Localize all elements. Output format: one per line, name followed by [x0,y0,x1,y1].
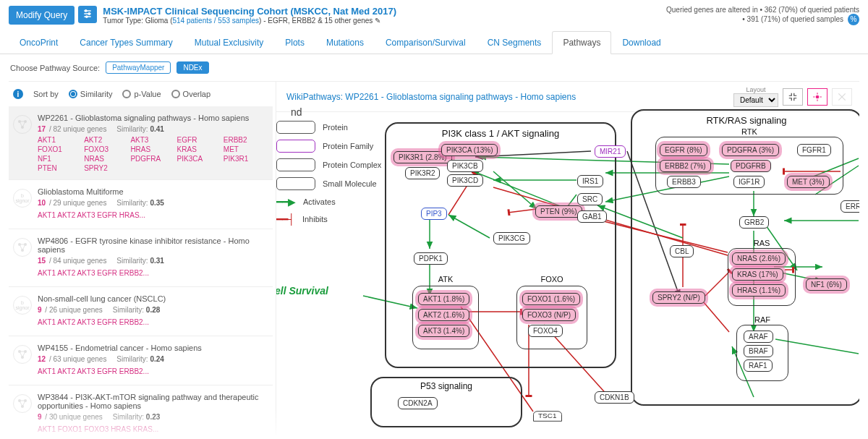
tab-cn-segments[interactable]: CN Segments [477,31,553,54]
top-bar: Modify Query MSK-IMPACT Clinical Sequenc… [0,0,868,28]
pathway-item[interactable]: WP4806 - EGFR tyrosine kinase inhibitor … [9,229,273,287]
node-foxo4[interactable]: FOXO4 [528,325,563,337]
pathway-item[interactable]: WP2261 - Glioblastoma signaling pathways… [9,106,273,180]
node-met[interactable]: MET (3%) [787,176,830,188]
svg-line-16 [20,244,22,250]
pathway-source-icon: bsignor [13,296,32,315]
node-akt3[interactable]: AKT3 (1.4%) [418,325,469,337]
svg-point-5 [86,16,88,17]
pathway-title: WP4155 - Endometrial cancer - Homo sapie… [38,344,265,352]
node-spry2[interactable]: SPRY2 (N/P) [652,291,705,304]
pathway-title: WP3844 - PI3K-AKT-mTOR signaling pathway… [38,393,265,410]
svg-line-22 [20,351,22,357]
main-area: i Sort by Similarity p-Value Overlap WP2… [9,81,859,435]
node-fgfr1[interactable]: FGFR1 [797,144,831,156]
node-pik3r2[interactable]: PIK3R2 [405,167,440,179]
node-nf1[interactable]: NF1 (6%) [806,278,847,291]
highlight-icon [812,92,822,102]
samples-link[interactable]: 553 [218,17,230,25]
tab-plots[interactable]: Plots [274,31,315,54]
node-pdgfra[interactable]: PDGFRA (3%) [722,144,779,156]
svg-line-10 [20,122,22,127]
cohort-info: MSK-IMPACT Clinical Sequencing Cohort (M… [103,6,396,25]
svg-point-4 [89,13,90,14]
node-src[interactable]: SRC [577,193,603,205]
node-hras[interactable]: HRAS (1.1%) [732,284,786,297]
node-foxo3[interactable]: FOXO3 (N/P) [522,309,576,321]
node-raf1[interactable]: RAF1 [744,359,773,372]
group-p53: P53 signaling [370,377,522,427]
node-pik3ca[interactable]: PIK3CA (13%) [441,144,498,156]
query-settings-button[interactable] [78,6,97,23]
pathway-source-icon [13,238,32,257]
node-pdpk1[interactable]: PDPK1 [414,252,448,265]
query-stats: Queried genes are altered in • 362 (70%)… [666,6,859,25]
cohort-subtitle: Tumor Type: Glioma (514 patients / 553 s… [103,17,396,25]
node-araf[interactable]: ARAF [744,331,773,343]
svg-line-17 [22,244,25,250]
fit-view-button[interactable] [783,88,803,106]
node-braf[interactable]: BRAF [744,345,773,357]
node-igf1r[interactable]: IGF1R [733,176,765,188]
tab-mutual-exclusivity[interactable]: Mutual Exclusivity [184,31,274,54]
tab-comparison[interactable]: Comparison/Survival [375,31,477,54]
node-cdkn2a[interactable]: CDKN2A [398,397,438,409]
pathway-item[interactable]: bsignorGlioblastoma Multiforme10 / 29 un… [9,180,273,229]
node-cbl[interactable]: CBL [670,245,694,257]
sort-similarity[interactable]: Similarity [69,90,113,98]
node-irs1[interactable]: IRS1 [577,175,603,187]
layout-select[interactable]: Default [733,93,778,107]
sort-overlap[interactable]: Overlap [171,90,211,98]
cell-survival-label: ell Survival [276,285,328,297]
info-icon[interactable]: i [13,89,23,99]
link-icon[interactable]: % [848,14,859,25]
source-pathwaymapper[interactable]: PathwayMapper [106,61,171,74]
pathway-list-panel[interactable]: i Sort by Similarity p-Value Overlap WP2… [9,82,276,435]
node-egfr[interactable]: EGFR (8%) [660,144,707,156]
pathway-canvas[interactable]: nd Protein Protein Family Protein Comple… [276,108,859,435]
node-pdgfrb[interactable]: PDGFRB [731,160,771,172]
pathway-source-row: Choose Pathway Source: PathwayMapper NDE… [0,54,868,81]
modify-query-button[interactable]: Modify Query [9,6,75,25]
node-pten[interactable]: PTEN (9%) [535,205,582,218]
highlight-button[interactable] [807,88,827,106]
source-ndex[interactable]: NDEx [176,61,208,74]
patients-link[interactable]: 514 [173,17,185,25]
node-pip3[interactable]: PIP3 [421,208,447,220]
node-foxo1[interactable]: FOXO1 (1.6%) [522,293,580,305]
node-akt2[interactable]: AKT2 (1.6%) [418,309,469,321]
pathway-item[interactable]: WP4155 - Endometrial cancer - Homo sapie… [9,336,273,385]
source-label: Choose Pathway Source: [10,64,100,72]
tab-pathways[interactable]: Pathways [552,31,611,54]
tab-oncoprint[interactable]: OncoPrint [9,31,69,54]
node-nras[interactable]: NRAS (2.6%) [732,252,786,265]
tool-button[interactable] [832,88,852,106]
node-akt1[interactable]: AKT1 (1.8%) [418,293,469,305]
node-tsc1[interactable]: TSC1 [533,411,562,421]
node-grb2[interactable]: GRB2 [739,216,769,229]
pathway-title: WP2261 - Glioblastoma signaling pathways… [38,114,265,122]
node-pik3cg[interactable]: PIK3CG [493,232,530,244]
tab-mutations[interactable]: Mutations [315,31,375,54]
layout-label: Layout [746,86,765,93]
tab-cancer-types[interactable]: Cancer Types Summary [69,31,184,54]
node-pik3cd[interactable]: PIK3CD [447,174,483,187]
cohort-title[interactable]: MSK-IMPACT Clinical Sequencing Cohort (M… [103,6,396,17]
tab-download[interactable]: Download [611,31,671,54]
node-kras[interactable]: KRAS (17%) [732,268,783,281]
sort-label: Sort by [33,90,59,98]
sort-pvalue[interactable]: p-Value [122,90,161,98]
node-cdkn1b[interactable]: CDKN1B [595,391,634,404]
node-erbb2[interactable]: ERBB2 (7%) [660,160,711,172]
node-gab1[interactable]: GAB1 [577,210,607,223]
pathway-title: WP4806 - EGFR tyrosine kinase inhibitor … [38,236,265,254]
svg-line-11 [22,122,25,127]
svg-point-3 [85,10,87,12]
node-pik3cb[interactable]: PIK3CB [447,160,483,172]
svg-line-23 [22,351,25,357]
viz-title: WikiPathways: WP2261 - Glioblastoma sign… [284,92,729,102]
pathway-item[interactable]: bsignorNon-small-cell lung cancer (NSCLC… [9,287,273,336]
node-errfi1[interactable]: ERRFI1 [841,200,859,213]
node-mir21[interactable]: MIR21 [595,145,626,158]
node-erbb3[interactable]: ERBB3 [667,176,701,188]
